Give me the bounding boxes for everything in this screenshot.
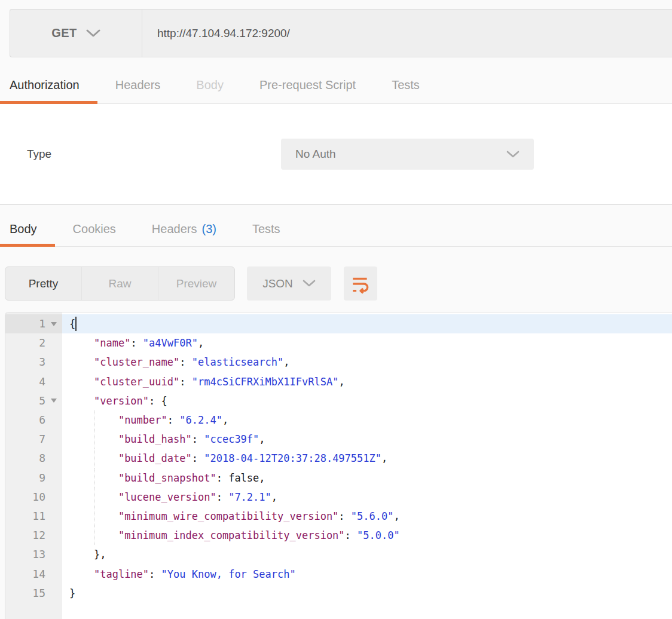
method-label: GET [51, 26, 77, 40]
json-punctuation: : [192, 452, 204, 464]
code-line-content[interactable]: "name": "a4VwF0R", [62, 333, 672, 353]
tab-response-body[interactable]: Body [0, 212, 55, 246]
code-line: 11 "minimum_wire_compatibility_version":… [5, 507, 672, 526]
json-key: "name" [94, 337, 130, 349]
code-line-content[interactable]: "tagline": "You Know, for Search" [62, 564, 672, 583]
code-line: 5 "version": { [5, 391, 672, 410]
indent-guide [94, 468, 94, 488]
code-line: 3 "cluster_name": "elasticsearch", [5, 353, 672, 372]
json-punctuation: : [130, 337, 142, 349]
indent-guide [94, 410, 94, 430]
code-line-content[interactable]: "build_hash": "ccec39f", [62, 430, 672, 449]
json-key: "build_date" [118, 452, 192, 464]
code-line: 12 "minimum_index_compatibility_version"… [5, 526, 672, 545]
word-wrap-button[interactable] [344, 266, 377, 301]
line-number: 14 [5, 569, 45, 580]
gutter-cell: 12 [5, 526, 62, 545]
fold-column [45, 322, 62, 326]
json-string: "a4VwF0R" [143, 337, 198, 349]
code-line-content[interactable]: "cluster_name": "elasticsearch", [62, 353, 672, 372]
json-punctuation: , [198, 337, 204, 349]
chevron-down-icon [303, 280, 316, 287]
line-number: 13 [5, 549, 45, 560]
json-punctuation: : [192, 433, 204, 445]
code-line-content[interactable]: } [62, 584, 672, 603]
tab-label: Body [10, 222, 37, 236]
line-number: 3 [5, 357, 45, 367]
json-punctuation: , [259, 472, 265, 484]
gutter-cell: 15 [5, 584, 62, 603]
view-mode-pretty[interactable]: Pretty [5, 267, 82, 300]
tab-response-cookies[interactable]: Cookies [55, 212, 134, 246]
text-cursor [75, 317, 77, 331]
code-line-content[interactable]: "version": { [62, 391, 672, 410]
postman-app: GET http://47.104.94.172:9200/ Authoriza… [0, 9, 672, 619]
tab-label: Headers [115, 78, 161, 92]
view-mode-preview[interactable]: Preview [158, 267, 234, 300]
json-key: "tagline" [94, 568, 149, 580]
json-key: "cluster_name" [94, 356, 179, 368]
fold-toggle-icon[interactable] [51, 322, 57, 326]
code-line-content[interactable]: "number": "6.2.4", [62, 410, 672, 430]
code-line: 1{ [5, 314, 672, 333]
line-number: 6 [5, 415, 45, 425]
json-punctuation: : [216, 491, 228, 503]
code-line-content[interactable]: "build_date": "2018-04-12T20:37:28.49755… [62, 449, 672, 468]
json-key: "lucene_version" [118, 491, 216, 503]
json-punctuation: : [179, 376, 191, 388]
gutter-cell: 1 [5, 314, 62, 333]
json-punctuation: { [69, 318, 75, 330]
code-line-content[interactable]: "lucene_version": "7.2.1", [62, 488, 672, 507]
line-number: 10 [5, 492, 45, 502]
code-line-content[interactable]: "minimum_index_compatibility_version": "… [62, 526, 672, 545]
code-line: 2 "name": "a4VwF0R", [5, 333, 672, 353]
json-key: "minimum_index_compatibility_version" [118, 529, 345, 541]
code-line: 6 "number": "6.2.4", [5, 410, 672, 430]
line-number: 12 [5, 530, 45, 541]
chevron-down-icon [506, 151, 520, 158]
auth-type-label: Type [27, 148, 281, 161]
tab-response-headers[interactable]: Headers(3) [134, 212, 234, 246]
gutter-cell: 10 [5, 488, 62, 507]
url-input[interactable]: http://47.104.94.172:9200/ [142, 10, 672, 57]
code-line-content[interactable]: { [62, 314, 672, 333]
indent-guide [94, 449, 94, 468]
code-line-content[interactable]: "build_snapshot": false, [62, 468, 672, 488]
code-line: 4 "cluster_uuid": "rm4cSiCFRXiMbX1IFvRlS… [5, 372, 672, 391]
tab-request-pre-request-script[interactable]: Pre-request Script [242, 67, 374, 103]
code-line-content[interactable]: "cluster_uuid": "rm4cSiCFRXiMbX1IFvRlSA"… [62, 372, 672, 391]
tab-label: Authorization [10, 78, 80, 92]
fold-toggle-icon[interactable] [51, 399, 57, 403]
json-punctuation: , [381, 452, 387, 464]
indent-guide [94, 507, 94, 526]
json-string: "5.6.0" [351, 510, 394, 522]
json-key: "minimum_wire_compatibility_version" [118, 510, 338, 522]
method-dropdown[interactable]: GET [10, 10, 142, 57]
chevron-down-icon [86, 29, 100, 38]
tab-response-tests[interactable]: Tests [234, 212, 298, 246]
tab-request-tests[interactable]: Tests [374, 67, 438, 103]
auth-type-select[interactable]: No Auth [281, 139, 534, 170]
json-key: "version" [94, 395, 149, 407]
tab-request-headers[interactable]: Headers [97, 67, 179, 103]
gutter-cell: 5 [5, 391, 62, 410]
json-punctuation: , [338, 376, 344, 388]
tab-request-authorization[interactable]: Authorization [0, 67, 97, 103]
json-punctuation: : [345, 529, 357, 541]
view-mode-raw[interactable]: Raw [82, 267, 158, 300]
request-tabs: AuthorizationHeadersBodyPre-request Scri… [0, 57, 672, 104]
gutter-cell: 3 [5, 353, 62, 372]
indent-guide [94, 526, 94, 545]
line-number: 4 [5, 376, 45, 387]
json-punctuation: : { [149, 395, 167, 407]
tab-request-body[interactable]: Body [178, 67, 242, 103]
code-line: 8 "build_date": "2018-04-12T20:37:28.497… [5, 449, 672, 468]
line-number: 9 [5, 473, 45, 483]
code-line-content[interactable]: }, [62, 545, 672, 564]
format-select[interactable]: JSON [247, 266, 331, 301]
code-line-content[interactable]: "minimum_wire_compatibility_version": "5… [62, 507, 672, 526]
json-key: "build_hash" [118, 433, 192, 445]
response-body-editor: 1{2 "name": "a4VwF0R",3 "cluster_name": … [5, 312, 672, 619]
fold-column [45, 399, 62, 403]
view-mode-switcher: PrettyRawPreview [5, 266, 235, 301]
